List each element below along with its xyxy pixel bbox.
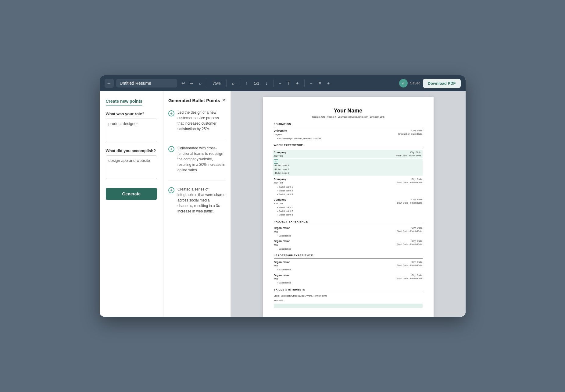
- role-input[interactable]: product designer: [106, 119, 157, 142]
- leadership-2-location: City, State: [397, 273, 423, 277]
- bullet-item-2: + Collaborated with cross-functional tea…: [168, 145, 225, 173]
- work-3-org: Company: [274, 198, 397, 202]
- education-entry-left: University Degree: [274, 129, 398, 136]
- leadership-2-bullets: Experience: [277, 281, 423, 284]
- document-title-input[interactable]: [116, 79, 177, 87]
- role-label: What was your role?: [106, 112, 157, 116]
- bullet-item-3: + Created a series of infographics that …: [168, 187, 225, 214]
- bullet-add-button-3[interactable]: +: [168, 187, 174, 193]
- download-pdf-button[interactable]: Download PDF: [423, 79, 461, 88]
- leadership-entry-2: Organization Title City, State Start Dat…: [274, 273, 423, 281]
- search2-button[interactable]: ⌕: [230, 80, 236, 87]
- leadership-1-bullet-1: Experience: [277, 268, 423, 271]
- bullet-text-3: Created a series of infographics that we…: [177, 187, 225, 214]
- line-spacing-in-button[interactable]: +: [325, 80, 331, 87]
- work-2-date: Start Date - Finish Date: [397, 181, 423, 184]
- project-1-org: Organization: [274, 226, 397, 230]
- back-button[interactable]: ←: [105, 79, 114, 88]
- zoom-out-button[interactable]: −: [277, 80, 283, 87]
- create-section-title: Create new points: [106, 99, 143, 105]
- text-size-button[interactable]: T: [286, 80, 292, 87]
- leadership-2-bullet-1: Experience: [277, 281, 423, 284]
- separator-1: [207, 80, 207, 87]
- project-1-date: Start Date - Finish Date: [397, 230, 423, 233]
- close-bullets-button[interactable]: ×: [222, 97, 226, 104]
- work-entry-2-left: Company Job Title: [274, 177, 397, 185]
- work-2-location: City, State: [397, 177, 423, 181]
- saved-area: ✓ Saved Download PDF: [399, 79, 461, 88]
- saved-label: Saved: [410, 81, 420, 85]
- project-2-bullet-1: Experience: [277, 247, 423, 251]
- work-entry-1-right: City, State Start Date - Finish Date: [396, 151, 421, 158]
- leadership-1-left: Organization Title: [274, 260, 397, 268]
- separator-3: [240, 80, 240, 87]
- project-entry-1: Organization Title City, State Start Dat…: [274, 226, 423, 233]
- work-1-bullets: + Bullet point 1 Bullet point 2 Bullet p…: [273, 159, 423, 176]
- search-button[interactable]: ⌕: [197, 80, 203, 87]
- interests-placeholder: [274, 304, 423, 308]
- work-3-role: Job Title: [274, 202, 397, 205]
- separator-4: [273, 80, 274, 87]
- bullet-item-1: + Led the design of a new customer servi…: [168, 110, 225, 132]
- add-bullet-row-button[interactable]: +: [274, 159, 278, 164]
- work-entry-1-left: Company Job Title: [274, 151, 396, 158]
- main-content: Create new points What was your role? pr…: [100, 91, 466, 317]
- undo-button[interactable]: ↩: [180, 80, 187, 87]
- toolbar: ← ↩ ↪ ⌕ 75% ⌕ ↑ 1/1 ↓ − T + − ≡ + ✓ Save…: [100, 75, 466, 91]
- project-1-location: City, State: [397, 226, 423, 230]
- zoom-in-button[interactable]: +: [294, 80, 300, 87]
- leadership-1-right: City, State Start Date - Finish Date: [397, 260, 423, 268]
- work-1-org: Company: [274, 151, 396, 155]
- work-1-bullet-2: Bullet point 2: [274, 168, 421, 171]
- project-1-left: Organization Title: [274, 226, 397, 233]
- work-3-bullet-1: Bullet point 1: [277, 206, 423, 209]
- project-1-bullets: Experience: [277, 234, 423, 237]
- leadership-1-date: Start Date - Finish Date: [397, 264, 423, 267]
- redo-button[interactable]: ↪: [188, 80, 195, 87]
- work-3-location: City, State: [397, 198, 423, 201]
- work-entry-3: Company Job Title City, State Start Date…: [274, 198, 423, 205]
- work-3-bullet-2: Bullet point 2: [277, 209, 423, 213]
- project-2-left: Organization Title: [274, 239, 397, 247]
- work-section-title: WORK EXPERIENCE: [274, 143, 423, 148]
- resume-name: Your Name: [274, 107, 423, 115]
- line-spacing-icon: ≡: [317, 80, 323, 87]
- bullet-add-button-1[interactable]: +: [168, 110, 174, 116]
- bullet-divider-2: [168, 180, 225, 180]
- work-3-bullet-3: Bullet point 3: [277, 213, 423, 216]
- skills-text: Skills: Microsoft Office (Excel, Word, P…: [274, 294, 423, 298]
- work-2-bullet-1: Bullet point 1: [277, 185, 423, 189]
- work-1-date: Start Date - Finish Date: [396, 154, 421, 157]
- project-1-role: Title: [274, 230, 397, 233]
- zoom-level-display: 75%: [211, 80, 223, 87]
- work-2-bullet-2: Bullet point 2: [277, 189, 423, 192]
- edu-bullets: Scholarships, awards, relevant courses: [277, 137, 423, 140]
- accomplish-input[interactable]: design app and website: [106, 155, 157, 179]
- work-2-role: Job Title: [274, 181, 397, 184]
- separator-5: [304, 80, 305, 87]
- line-spacing-out-button[interactable]: −: [308, 80, 314, 87]
- resume-preview: Your Name Toronto, ON | Phone # | yourna…: [231, 91, 466, 317]
- app-window: ← ↩ ↪ ⌕ 75% ⌕ ↑ 1/1 ↓ − T + − ≡ + ✓ Save…: [100, 75, 466, 317]
- work-entry-2: Company Job Title City, State Start Date…: [274, 177, 423, 185]
- edu-location: City, State: [398, 129, 422, 132]
- create-section: Create new points What was your role? pr…: [100, 91, 164, 317]
- bullet-text-1: Led the design of a new customer service…: [177, 110, 225, 132]
- left-panel: Create new points What was your role? pr…: [100, 91, 231, 317]
- leadership-1-location: City, State: [397, 260, 423, 264]
- bullet-add-button-2[interactable]: +: [168, 146, 174, 152]
- work-1-bullet-3: Bullet point 3: [274, 171, 421, 175]
- skills-section-title: SKILLS & INTERESTS: [274, 288, 423, 293]
- toolbar-history-group: ↩ ↪: [180, 80, 195, 87]
- leadership-2-date: Start Date - Finish Date: [397, 277, 423, 280]
- education-entry-1: University Degree City, State Graduation…: [274, 129, 423, 136]
- edu-bullet-1: Scholarships, awards, relevant courses: [277, 137, 423, 140]
- leadership-2-right: City, State Start Date - Finish Date: [397, 273, 423, 281]
- nav-up-button[interactable]: ↑: [244, 80, 250, 87]
- resume-contact: Toronto, ON | Phone # | yourname@wonsuit…: [274, 115, 423, 119]
- project-2-org: Organization: [274, 239, 397, 243]
- bullets-panel-title: Generated Bullet Points: [168, 98, 220, 103]
- work-2-bullets: Bullet point 1 Bullet point 2 Bullet poi…: [277, 185, 423, 196]
- nav-down-button[interactable]: ↓: [264, 80, 270, 87]
- generate-button[interactable]: Generate: [106, 188, 157, 200]
